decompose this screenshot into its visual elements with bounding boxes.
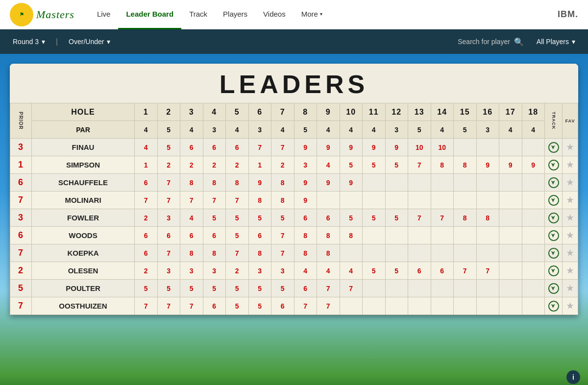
nav-leaderboard[interactable]: Leader Board [118,0,181,29]
favorite-cell[interactable]: ★ [563,297,578,315]
info-button[interactable]: i [566,370,580,384]
score-hole-5: 5 [226,227,249,244]
nav-more[interactable]: More ▾ [294,0,330,29]
score-hole-11 [363,227,386,244]
track-cell[interactable]: ➤ [545,174,563,192]
score-hole-10 [340,244,363,262]
favorite-cell[interactable]: ★ [563,280,578,297]
track-icon[interactable]: ➤ [548,213,559,223]
score-hole-3: 8 [180,244,203,262]
track-cell[interactable]: ➤ [545,244,563,262]
favorite-star-icon[interactable]: ★ [566,214,574,222]
score-hole-10: 7 [340,280,363,297]
favorite-cell[interactable]: ★ [563,209,578,227]
score-hole-11: 9 [363,139,386,156]
favorite-cell[interactable]: ★ [563,156,578,174]
over-under-selector[interactable]: Over/Under ▾ [64,35,115,48]
hole-1-header: 1 [135,103,158,121]
table-row: 1SIMPSON122221234555788999➤★ [10,156,578,174]
score-hole-12 [385,297,408,315]
track-icon[interactable]: ➤ [548,283,559,294]
track-cell[interactable]: ➤ [545,227,563,244]
favorite-star-icon[interactable]: ★ [566,178,574,187]
score-hole-13: 7 [408,156,431,174]
favorite-star-icon[interactable]: ★ [566,249,574,257]
score-hole-14: 7 [431,209,454,227]
player-name[interactable]: POULTER [32,280,135,297]
track-icon[interactable]: ➤ [548,195,559,206]
score-hole-2: 5 [157,139,180,156]
round-selector[interactable]: Round 3 ▾ [8,35,50,48]
score-hole-11: 5 [363,209,386,227]
track-icon[interactable]: ➤ [548,265,559,276]
score-hole-4: 2 [203,156,226,174]
score-hole-10: 9 [340,174,363,192]
track-icon[interactable]: ➤ [548,230,559,241]
track-icon[interactable]: ➤ [548,301,559,312]
track-cell[interactable]: ➤ [545,280,563,297]
score-hole-3: 5 [180,280,203,297]
score-hole-11 [363,297,386,315]
player-prior: 3 [10,139,32,156]
player-prior: 7 [10,244,32,262]
track-cell[interactable]: ➤ [545,139,563,156]
logo-emblem: ⚑ [10,3,33,26]
favorite-star-icon[interactable]: ★ [566,143,574,151]
track-icon[interactable]: ➤ [548,248,559,259]
track-cell[interactable]: ➤ [545,297,563,315]
score-hole-1: 1 [135,156,158,174]
player-name[interactable]: SIMPSON [32,156,135,174]
favorite-star-icon[interactable]: ★ [566,196,574,204]
score-hole-2: 3 [157,209,180,227]
favorite-cell[interactable]: ★ [563,227,578,244]
score-hole-4: 5 [203,280,226,297]
over-under-arrow-icon: ▾ [107,38,110,46]
track-cell[interactable]: ➤ [545,262,563,280]
player-name[interactable]: SCHAUFFELE [32,174,135,192]
favorite-star-icon[interactable]: ★ [566,161,574,169]
nav-videos[interactable]: Videos [255,0,294,29]
score-hole-13 [408,227,431,244]
score-hole-14 [431,192,454,209]
track-icon[interactable]: ➤ [548,160,559,170]
player-name[interactable]: MOLINARI [32,192,135,209]
player-name[interactable]: WOODS [32,227,135,244]
nav-track[interactable]: Track [181,0,215,29]
all-players-button[interactable]: All Players ▾ [532,35,580,48]
favorite-star-icon[interactable]: ★ [566,302,574,310]
logo[interactable]: ⚑ Masters [10,3,74,26]
score-hole-13 [408,244,431,262]
player-name[interactable]: OLESEN [32,262,135,280]
search-area[interactable]: Search for player 🔍 [458,37,524,47]
favorite-cell[interactable]: ★ [563,174,578,192]
player-name[interactable]: FINAU [32,139,135,156]
favorite-star-icon[interactable]: ★ [566,266,574,275]
score-hole-18: 9 [522,156,545,174]
player-name[interactable]: FOWLER [32,209,135,227]
score-hole-11 [363,280,386,297]
sub-nav-left: Round 3 ▾ | Over/Under ▾ [8,35,115,48]
score-hole-5: 8 [226,174,249,192]
track-icon[interactable]: ➤ [548,177,559,188]
player-name[interactable]: OOSTHUIZEN [32,297,135,315]
nav-players[interactable]: Players [215,0,255,29]
track-cell[interactable]: ➤ [545,192,563,209]
score-hole-3: 8 [180,174,203,192]
player-name[interactable]: KOEPKA [32,244,135,262]
favorite-star-icon[interactable]: ★ [566,231,574,240]
favorite-cell[interactable]: ★ [563,192,578,209]
more-arrow-icon: ▾ [320,11,322,17]
track-icon[interactable]: ➤ [548,142,559,153]
favorite-cell[interactable]: ★ [563,262,578,280]
favorite-cell[interactable]: ★ [563,139,578,156]
score-hole-7: 8 [271,174,294,192]
nav-live[interactable]: Live [89,0,119,29]
favorite-star-icon[interactable]: ★ [566,284,574,292]
par-14: 4 [431,121,454,139]
track-cell[interactable]: ➤ [545,209,563,227]
score-hole-7: 7 [271,244,294,262]
track-cell[interactable]: ➤ [545,156,563,174]
score-hole-6: 5 [248,280,271,297]
favorite-cell[interactable]: ★ [563,244,578,262]
score-hole-15 [454,280,477,297]
